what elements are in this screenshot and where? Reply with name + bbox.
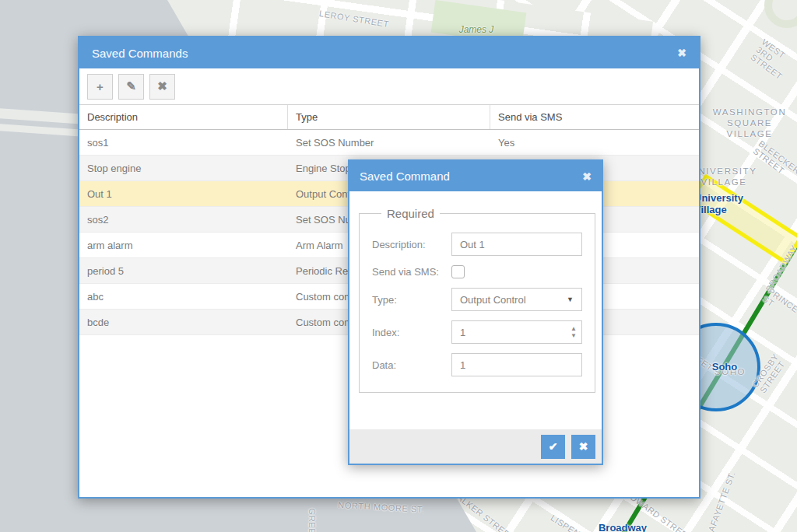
required-fieldset: Required Description: Send via SMS: Type… (359, 207, 595, 393)
commands-table-header: Description Type Send via SMS (79, 104, 699, 130)
data-row: Data: (372, 353, 582, 376)
required-legend: Required (381, 207, 440, 220)
cell-description: abc (79, 291, 288, 303)
place-label-university-village: University Village (694, 192, 763, 215)
spin-down-icon[interactable]: ▼ (571, 333, 577, 339)
area-label-washington-square-village: WASHINGTON SQUARE VILLAGE (713, 107, 787, 139)
saved-command-form: Required Description: Send via SMS: Type… (349, 191, 602, 429)
type-selected-value: Output Control (460, 294, 567, 306)
cell-sms: Yes (490, 137, 699, 149)
cell-description: Out 1 (79, 188, 288, 200)
close-icon[interactable]: ✖ (677, 47, 686, 59)
type-row: Type: Output Control ▼ (372, 288, 582, 311)
add-command-button[interactable]: + (87, 74, 113, 100)
spin-up-icon[interactable]: ▲ (571, 326, 577, 332)
cell-description: sos2 (79, 214, 288, 226)
cell-description: arm alarm (79, 240, 288, 251)
saved-command-footer: ✔ ✖ (349, 429, 602, 464)
commands-toolbar: + ✎ ✖ (79, 68, 699, 104)
send-via-sms-checkbox[interactable] (451, 265, 465, 278)
close-icon[interactable]: ✖ (582, 170, 592, 183)
description-input[interactable] (451, 233, 582, 256)
column-header-sms[interactable]: Send via SMS (490, 105, 699, 129)
saved-commands-titlebar[interactable]: Saved Commands ✖ (79, 37, 699, 68)
saved-command-title: Saved Command (360, 170, 582, 183)
cancel-button[interactable]: ✖ (571, 435, 595, 459)
saved-commands-title: Saved Commands (92, 47, 677, 60)
cell-description: bcde (79, 317, 288, 328)
index-value: 1 (460, 327, 571, 338)
data-input[interactable] (451, 353, 582, 376)
cell-description: sos1 (79, 137, 288, 149)
cell-description: period 5 (79, 265, 288, 277)
chevron-down-icon: ▼ (567, 296, 574, 303)
column-header-type[interactable]: Type (288, 105, 490, 129)
park-label-james-walker: James J (459, 24, 494, 35)
data-label: Data: (372, 359, 451, 371)
type-select[interactable]: Output Control ▼ (451, 288, 582, 311)
index-row: Index: 1 ▲ ▼ (372, 320, 582, 344)
table-row[interactable]: sos1 Set SOS Number Yes (79, 130, 699, 156)
area-label-university-village: UNIVERSITY VILLAGE (690, 166, 757, 187)
column-header-description[interactable]: Description (79, 105, 288, 129)
description-row: Description: (372, 233, 582, 256)
send-via-sms-row: Send via SMS: (372, 265, 582, 278)
cell-description: Stop engine (79, 163, 288, 174)
delete-command-button[interactable]: ✖ (149, 74, 175, 100)
stepper-arrows: ▲ ▼ (571, 326, 577, 339)
edit-command-button[interactable]: ✎ (118, 74, 144, 100)
index-label: Index: (372, 327, 451, 338)
saved-command-titlebar[interactable]: Saved Command ✖ (349, 161, 602, 191)
saved-command-dialog: Saved Command ✖ Required Description: Se… (348, 159, 603, 465)
street-label-greenwich: GREENWICH ST (307, 509, 317, 532)
place-label-soho: Soho (712, 361, 738, 373)
cell-type: Set SOS Number (288, 137, 490, 149)
type-label: Type: (372, 294, 451, 306)
index-stepper[interactable]: 1 ▲ ▼ (451, 320, 582, 344)
send-via-sms-label: Send via SMS: (372, 266, 451, 278)
place-label-broadway: Broadway (599, 522, 647, 532)
screen: LEROY STREET James J WEST 3RD STREET WAS… (0, 0, 797, 532)
description-label: Description: (372, 239, 451, 250)
confirm-button[interactable]: ✔ (541, 435, 565, 459)
